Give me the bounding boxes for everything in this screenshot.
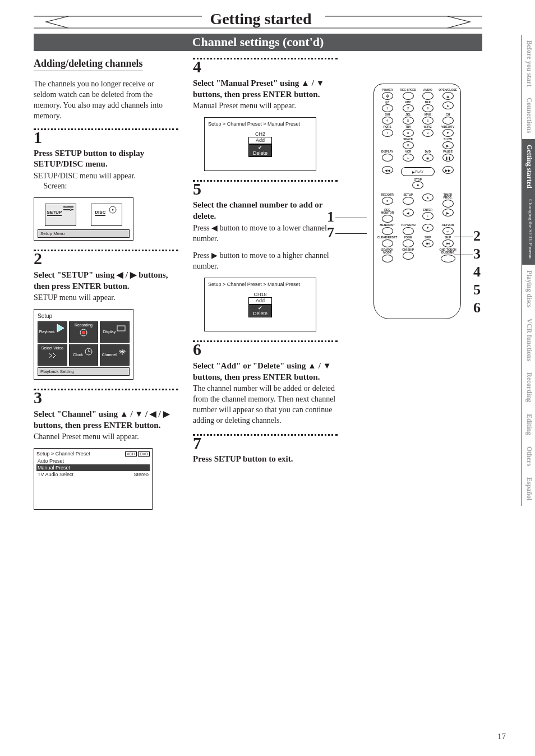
remote-skip-fwd-button: ⏭ — [442, 239, 454, 247]
manual-preset-screenshot-2: Setup > Channel Preset > Manual Preset C… — [204, 278, 316, 331]
menu-footer: Playback Setting — [38, 367, 130, 376]
tab-others[interactable]: Others — [522, 441, 535, 472]
manual-preset-screenshot-1: Setup > Channel Preset > Manual Preset C… — [204, 117, 316, 171]
columns: Adding/deleting channels The channels yo… — [34, 58, 482, 519]
add-option: Add — [248, 297, 272, 305]
remote-rec-monitor-button — [382, 215, 393, 223]
remote-eject-button: ⏏ — [442, 92, 454, 100]
callout-5: 5 — [473, 282, 481, 298]
breadcrumb: Setup > Channel Preset > Manual Preset — [208, 282, 312, 287]
tab-editing[interactable]: Editing — [522, 408, 535, 441]
right-arrow-icon: ▶ — [163, 409, 170, 418]
breadcrumb: Setup > Channel Preset > Manual Preset — [208, 121, 312, 127]
remote-up-button: ▲ — [422, 193, 433, 201]
page-content: Getting started Channel settings (cont'd… — [0, 0, 488, 530]
tab-espanol[interactable]: Español — [522, 472, 535, 506]
section-bar: Channel settings (cont'd) — [34, 34, 482, 51]
svg-rect-3 — [63, 206, 73, 208]
remote-rec-button: ● — [382, 197, 393, 205]
delete-option: ✔ Delete — [248, 305, 272, 318]
antenna-icon — [117, 346, 128, 356]
step-number-1: 1 — [34, 129, 178, 146]
step-1-screen-label: Screen: — [44, 182, 67, 190]
left-arrow-icon: ◀ — [117, 270, 123, 279]
step-6-title: Select "Add" or "Delete" using ▲ / ▼ but… — [193, 360, 338, 382]
remote-diagram: POWER⏻ REC SPEED AUDIO OPEN/CLOSE⏏ @/:1 … — [373, 84, 461, 319]
remote-rewind-button: ◀◀ — [382, 166, 393, 174]
disc-icon — [107, 205, 118, 214]
svg-point-5 — [66, 206, 67, 208]
callout-6: 6 — [473, 299, 481, 316]
svg-marker-9 — [57, 324, 64, 332]
step-1-body: SETUP/DISC menu will appear. Screen: — [34, 171, 178, 192]
remote-vcr-button: ▹ — [403, 154, 414, 162]
channel-label: CH2 — [248, 131, 273, 137]
right-arrow-icon: ▶ — [211, 251, 218, 260]
remote-rec-speed-button — [403, 92, 414, 100]
side-tabs: Before you start Connections Getting sta… — [522, 35, 535, 736]
svg-point-6 — [70, 209, 72, 211]
step-2-title: Select "SETUP" using ◀ / ▶ buttons, then… — [34, 269, 178, 292]
vcr-tag: VCR — [125, 451, 137, 457]
list-item: Auto Preset — [36, 458, 150, 464]
menu-cell: Display — [100, 321, 130, 343]
up-arrow-icon: ▲ — [308, 361, 316, 370]
up-arrow-icon: ▲ — [120, 409, 128, 418]
breadcrumb: Setup > Channel Preset — [36, 451, 90, 457]
tab-connections[interactable]: Connections — [522, 92, 535, 139]
remote-timer-button — [442, 200, 454, 208]
remote-7-button: 7 — [382, 129, 393, 137]
callout-line — [335, 218, 367, 218]
step-4-title: Select "Manual Preset" using ▲ / ▼ butto… — [193, 77, 338, 100]
remote-dvd-button: ◉ — [422, 154, 433, 162]
menu-cell: Channel — [100, 344, 130, 366]
callout-3: 3 — [473, 246, 481, 262]
tab-playing-discs[interactable]: Playing discs — [522, 265, 535, 313]
intro-paragraph: The channels you no longer receive or se… — [34, 79, 178, 122]
left-column: Adding/deleting channels The channels yo… — [34, 58, 178, 519]
remote-ff-button: ▶▶ — [442, 166, 454, 174]
down-arrow-icon: ▼ — [135, 409, 143, 418]
tab-changing-setup-menu[interactable]: Changing the SETUP menu — [522, 193, 535, 264]
list-item: TV Audio SelectStereo — [36, 471, 150, 478]
record-icon — [78, 327, 89, 337]
step-5-body-2: Press ▶ button to move to a higher chann… — [193, 250, 338, 272]
tab-vcr-functions[interactable]: VCR functions — [522, 313, 535, 367]
left-arrow-icon: ◀ — [211, 223, 218, 232]
remote-left-button: ◀ — [403, 209, 414, 216]
step-5-body-1: Press ◀ button to move to a lower channe… — [193, 223, 338, 245]
remote-ch-up-button: ▲ — [442, 102, 454, 109]
list-item-selected: Manual Preset — [36, 464, 150, 471]
display-icon — [116, 323, 127, 333]
svg-point-8 — [112, 209, 113, 211]
delete-option: ✔ Delete — [248, 144, 272, 158]
setup-disc-screenshot: SETUP DISC Setup Menu — [34, 197, 133, 241]
remote-2-button: 2 — [403, 104, 414, 112]
remote-top-menu-button — [403, 227, 414, 235]
step-3-title: Select "Channel" using ▲ / ▼ / ◀ / ▶ but… — [34, 408, 178, 431]
chapter-title: Getting started — [210, 10, 311, 28]
remote-pause-button: ❚❚ — [442, 154, 454, 162]
step-number-4: 4 — [193, 58, 338, 75]
remote-4-button: 4 — [382, 117, 393, 125]
step-6-body: The channel number will be added or dele… — [193, 384, 338, 426]
right-arrow-icon: ▶ — [130, 270, 137, 279]
menu-cell: Clock — [69, 344, 99, 366]
remote-menu-button — [382, 227, 393, 235]
tab-before-you-start[interactable]: Before you start — [522, 35, 535, 92]
tab-recording[interactable]: Recording — [522, 367, 535, 408]
remote-5-button: 5 — [403, 117, 414, 125]
channel-preset-screenshot: Setup > Channel Preset VCR DVD Auto Pres… — [34, 448, 153, 510]
callout-7: 7 — [327, 224, 334, 241]
left-arrow-icon: ◀ — [150, 409, 156, 418]
remote-display-button — [382, 154, 393, 162]
remote-6-button: 6 — [422, 117, 433, 125]
tab-getting-started[interactable]: Getting started — [522, 139, 535, 194]
callout-1: 1 — [327, 209, 334, 225]
remote-ch-button — [442, 117, 454, 125]
remote-audio-button — [422, 92, 433, 100]
right-column: POWER⏻ REC SPEED AUDIO OPEN/CLOSE⏏ @/:1 … — [352, 58, 482, 519]
callout-line — [335, 233, 367, 234]
channel-label: CH18 — [248, 292, 273, 297]
svg-point-11 — [82, 331, 85, 334]
